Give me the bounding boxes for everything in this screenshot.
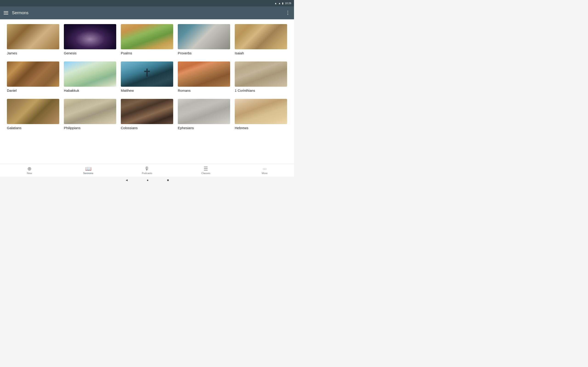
sermon-image-inner-col4 bbox=[178, 99, 230, 124]
sermon-title-col4: Ephesians bbox=[178, 126, 230, 130]
sermon-card-proverbs[interactable]: Proverbs bbox=[178, 24, 230, 55]
nav-label-sermons: Sermons bbox=[83, 172, 93, 175]
menu-button[interactable] bbox=[4, 11, 8, 15]
sermon-card-col5[interactable]: Hebrews bbox=[235, 99, 287, 130]
nav-item-podcasts[interactable]: 🎙 Podcasts bbox=[118, 165, 176, 175]
home-button[interactable]: ● bbox=[147, 178, 148, 182]
app-bar: Sermons ⋮ bbox=[0, 6, 294, 19]
sermon-image-james bbox=[7, 24, 59, 49]
back-button[interactable]: ◄ bbox=[125, 178, 128, 182]
sermon-card-romans[interactable]: Romans bbox=[178, 61, 230, 92]
sermon-image-col3 bbox=[121, 99, 173, 124]
sermon-image-isaiah bbox=[235, 24, 287, 49]
nav-label-new: New bbox=[27, 172, 32, 175]
sermon-card-psalms[interactable]: Psalms bbox=[121, 24, 173, 55]
sermon-image-inner-col3 bbox=[121, 99, 173, 124]
sermon-image-inner-proverbs bbox=[178, 24, 230, 49]
more-icon: ··· bbox=[262, 166, 267, 171]
sermon-image-galatians bbox=[7, 99, 59, 124]
app-bar-left: Sermons bbox=[4, 10, 28, 15]
podcasts-icon: 🎙 bbox=[145, 166, 149, 171]
sermons-icon: 📖 bbox=[85, 166, 91, 171]
sermon-card-col3[interactable]: Colossians bbox=[121, 99, 173, 130]
sermon-image-genesis bbox=[64, 24, 116, 49]
sermon-image-daniel bbox=[7, 61, 59, 87]
sermon-image-inner-psalms bbox=[121, 24, 173, 49]
sermon-image-col4 bbox=[178, 99, 230, 124]
sermon-title-isaiah: Isaiah bbox=[235, 51, 287, 55]
sermon-image-inner-1corinthians bbox=[235, 61, 287, 87]
nav-item-new[interactable]: ⊕ New bbox=[0, 165, 59, 175]
system-nav-bar: ◄ ● ■ bbox=[0, 177, 294, 184]
sermon-title-1corinthians: 1 Corinthians bbox=[235, 89, 287, 92]
sermon-title-col2: Philippians bbox=[64, 126, 116, 130]
battery-icon: ▮ bbox=[282, 2, 284, 5]
nav-label-classes: Classes bbox=[201, 172, 210, 175]
sermon-card-james[interactable]: James bbox=[7, 24, 59, 55]
sermon-card-genesis[interactable]: Genesis bbox=[64, 24, 116, 55]
sermon-grid-container: JamesGenesisPsalmsProverbsIsaiahDanielHa… bbox=[0, 19, 294, 164]
nav-label-more: More bbox=[262, 172, 267, 175]
sermon-image-col5 bbox=[235, 99, 287, 124]
sermon-image-psalms bbox=[121, 24, 173, 49]
sermon-card-daniel[interactable]: Daniel bbox=[7, 61, 59, 92]
sermon-title-psalms: Psalms bbox=[121, 51, 173, 55]
sermon-image-inner-matthew bbox=[121, 61, 173, 87]
sermon-image-inner-james bbox=[7, 24, 59, 49]
clock: 10:26 bbox=[285, 2, 291, 5]
sermon-card-galatians[interactable]: Galatians bbox=[7, 99, 59, 130]
nav-item-more[interactable]: ··· More bbox=[235, 165, 294, 175]
sermon-card-isaiah[interactable]: Isaiah bbox=[235, 24, 287, 55]
sermon-title-col5: Hebrews bbox=[235, 126, 287, 130]
sermon-image-inner-daniel bbox=[7, 61, 59, 87]
sermon-image-inner-romans bbox=[178, 61, 230, 87]
sermon-image-1corinthians bbox=[235, 61, 287, 87]
sermon-card-habakkuk[interactable]: Habakkuk bbox=[64, 61, 116, 92]
bottom-navigation: ⊕ New 📖 Sermons 🎙 Podcasts ☰ Classes ···… bbox=[0, 164, 294, 177]
sermon-title-daniel: Daniel bbox=[7, 89, 59, 92]
sermon-image-habakkuk bbox=[64, 61, 116, 87]
nav-item-sermons[interactable]: 📖 Sermons bbox=[59, 165, 118, 175]
nav-item-classes[interactable]: ☰ Classes bbox=[176, 165, 235, 175]
sermon-card-matthew[interactable]: Matthew bbox=[121, 61, 173, 92]
sermon-image-inner-genesis bbox=[64, 24, 116, 49]
sermon-card-col2[interactable]: Philippians bbox=[64, 99, 116, 130]
sermon-title-genesis: Genesis bbox=[64, 51, 116, 55]
recent-button[interactable]: ■ bbox=[167, 178, 169, 182]
signal-icon: ▲ bbox=[278, 2, 281, 5]
sermon-card-1corinthians[interactable]: 1 Corinthians bbox=[235, 61, 287, 92]
sermon-title-habakkuk: Habakkuk bbox=[64, 89, 116, 92]
status-bar: ▲ ▲ ▮ 10:26 bbox=[0, 0, 294, 6]
sermon-image-matthew bbox=[121, 61, 173, 87]
sermon-image-inner-col5 bbox=[235, 99, 287, 124]
more-options-button[interactable]: ⋮ bbox=[285, 10, 290, 15]
wifi-icon: ▲ bbox=[275, 2, 277, 5]
sermon-title-james: James bbox=[7, 51, 59, 55]
sermon-image-inner-habakkuk bbox=[64, 61, 116, 87]
sermon-image-proverbs bbox=[178, 24, 230, 49]
sermon-title-galatians: Galatians bbox=[7, 126, 59, 130]
page-title: Sermons bbox=[12, 10, 28, 15]
sermon-grid: JamesGenesisPsalmsProverbsIsaiahDanielHa… bbox=[7, 24, 287, 130]
sermon-image-inner-isaiah bbox=[235, 24, 287, 49]
sermon-title-romans: Romans bbox=[178, 89, 230, 92]
classes-icon: ☰ bbox=[204, 166, 208, 171]
sermon-image-inner-col2 bbox=[64, 99, 116, 124]
sermon-image-romans bbox=[178, 61, 230, 87]
sermon-title-proverbs: Proverbs bbox=[178, 51, 230, 55]
new-icon: ⊕ bbox=[27, 166, 32, 171]
sermon-title-col3: Colossians bbox=[121, 126, 173, 130]
sermon-image-inner-galatians bbox=[7, 99, 59, 124]
sermon-image-col2 bbox=[64, 99, 116, 124]
sermon-title-matthew: Matthew bbox=[121, 89, 173, 92]
nav-label-podcasts: Podcasts bbox=[142, 172, 152, 175]
sermon-card-col4[interactable]: Ephesians bbox=[178, 99, 230, 130]
